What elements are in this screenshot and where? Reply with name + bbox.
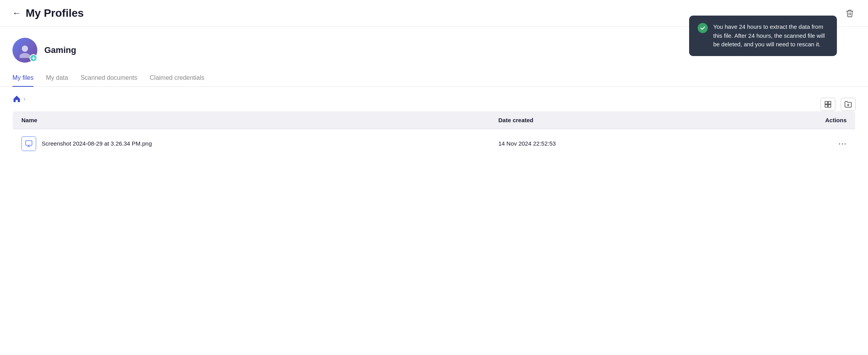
file-date: 14 Nov 2024 22:52:53 [490,129,730,158]
col-actions: Actions [730,111,855,129]
svg-point-1 [19,53,30,58]
file-table: Name Date created Actions [12,111,856,158]
home-icon[interactable] [12,95,21,103]
profile-name: Gaming [44,45,76,55]
toast-success-icon [698,23,708,33]
table-body: Screenshot 2024-08-29 at 3.26.34 PM.png … [13,129,856,158]
svg-rect-3 [828,101,831,104]
table-header: Name Date created Actions [13,111,856,129]
file-name-cell: Screenshot 2024-08-29 at 3.26.34 PM.png [13,129,490,158]
svg-rect-2 [825,101,828,104]
tab-my-data[interactable]: My data [46,70,68,87]
toast-message: You have 24 hours to extract the data fr… [713,23,828,49]
tab-my-files[interactable]: My files [12,70,33,87]
delete-button[interactable] [843,7,856,20]
avatar-badge [30,54,37,62]
view-details-button[interactable] [821,98,835,111]
file-name: Screenshot 2024-08-29 at 3.26.34 PM.png [42,140,152,147]
back-button[interactable]: ← [12,8,21,18]
col-date-created: Date created [490,111,730,129]
back-arrow-icon: ← [12,8,21,18]
breadcrumb-separator: › [23,95,25,102]
tabs-bar: My files My data Scanned documents Claim… [0,70,868,87]
file-actions-cell: ··· [730,129,855,158]
col-name: Name [13,111,490,129]
file-icon [21,136,36,151]
more-options-button[interactable]: ··· [838,139,847,149]
svg-rect-5 [828,104,831,107]
svg-point-0 [22,46,28,52]
toast-notification: You have 24 hours to extract the data fr… [689,16,837,56]
svg-rect-4 [825,104,828,107]
toolbar-icons [821,98,856,111]
file-browser: › Name [0,87,868,166]
page-title: My Profiles [26,7,84,19]
table-row: Screenshot 2024-08-29 at 3.26.34 PM.png … [13,129,856,158]
tab-claimed-credentials[interactable]: Claimed credentials [150,70,205,87]
breadcrumb: › [12,95,856,103]
browser-toolbar: › [12,95,856,111]
header: ← My Profiles You have 24 hours to extra… [0,0,868,27]
avatar [12,38,37,63]
svg-rect-8 [26,141,32,145]
new-folder-button[interactable] [841,98,856,111]
tab-scanned-documents[interactable]: Scanned documents [80,70,137,87]
